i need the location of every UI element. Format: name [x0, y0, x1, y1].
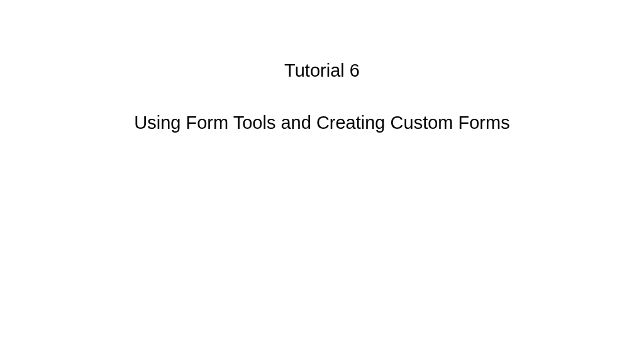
slide-subtitle: Using Form Tools and Creating Custom For… — [0, 112, 644, 134]
slide: Tutorial 6 Using Form Tools and Creating… — [0, 0, 644, 362]
slide-title: Tutorial 6 — [0, 60, 644, 82]
